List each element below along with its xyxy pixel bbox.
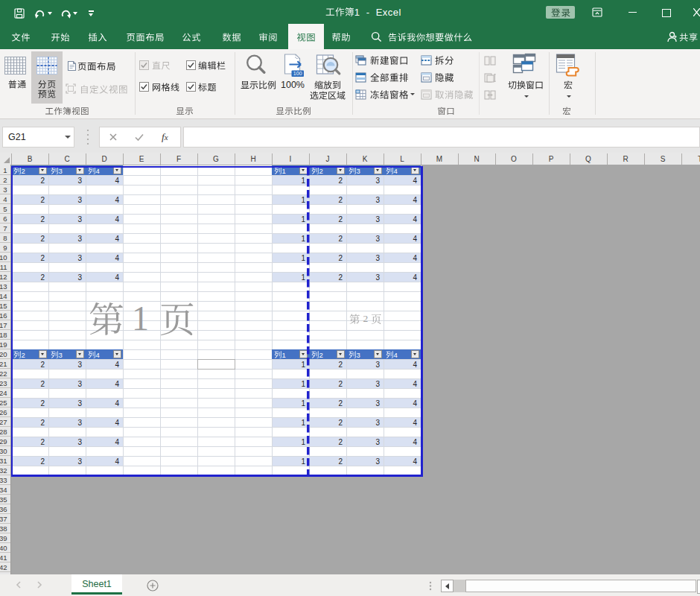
svg-text:100: 100 (293, 71, 302, 76)
